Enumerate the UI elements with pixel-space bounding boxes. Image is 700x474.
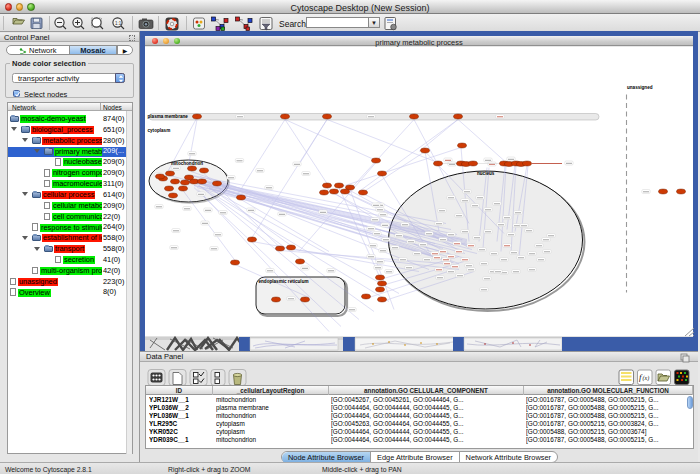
svg-text:1:1: 1:1 — [115, 21, 122, 26]
svg-text:(x): (x) — [643, 375, 650, 382]
